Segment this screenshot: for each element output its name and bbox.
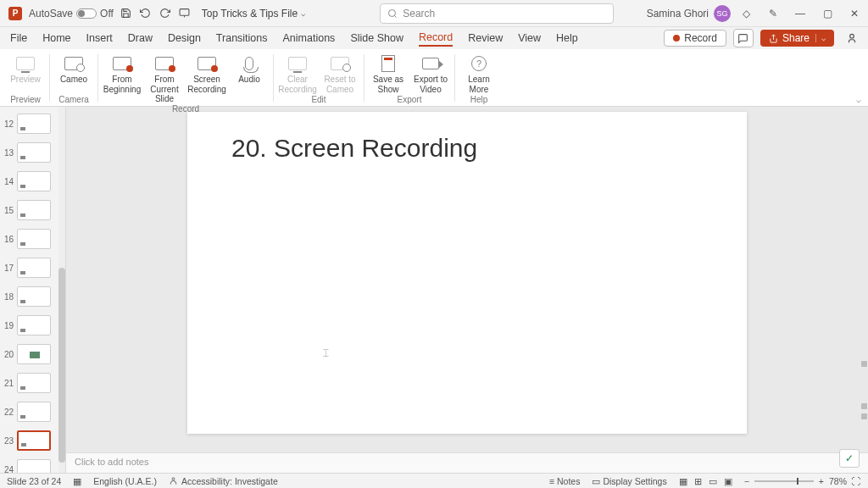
undo-icon[interactable] [140, 8, 151, 19]
zoom-control[interactable]: − + 78% ⛶ [744, 476, 861, 486]
learn-more-button[interactable]: ? Learn More [459, 53, 499, 94]
slide-canvas[interactable]: 20. Screen Recording ⌶ [187, 112, 747, 434]
audio-button[interactable]: Audio [229, 53, 270, 104]
thumbnail-slide-17[interactable] [17, 258, 51, 278]
tab-help[interactable]: Help [556, 30, 578, 46]
thumbnail-number: 19 [2, 321, 14, 330]
thumbnail-slide-14[interactable] [17, 171, 51, 191]
zoom-in-icon[interactable]: + [819, 476, 824, 486]
comments-button[interactable] [733, 29, 754, 47]
tab-review[interactable]: Review [468, 30, 503, 46]
cameo-button[interactable]: Cameo [53, 53, 94, 85]
thumbnail-slide-21[interactable] [17, 373, 51, 393]
learn-more-label: Learn More [459, 75, 499, 94]
sorter-view-icon[interactable]: ⊞ [694, 476, 702, 486]
thumbnail-slide-16[interactable] [17, 229, 51, 249]
close-button[interactable]: ✕ [848, 8, 861, 19]
thumbnail-slide-13[interactable] [17, 142, 51, 163]
tab-insert[interactable]: Insert [86, 30, 113, 46]
thumbnail-row: 22 [2, 402, 60, 422]
zoom-value[interactable]: 78% [829, 476, 847, 486]
maximize-button[interactable]: ▢ [821, 8, 834, 19]
tab-slide-show[interactable]: Slide Show [350, 30, 403, 46]
zoom-slider[interactable] [754, 480, 814, 482]
thumbnails-scrollbar[interactable] [58, 107, 65, 473]
record-label: Record [684, 32, 717, 44]
slide-info[interactable]: Slide 23 of 24 [7, 476, 61, 486]
scrollbar-thumb[interactable] [58, 268, 65, 463]
reading-view-icon[interactable]: ▭ [709, 476, 717, 486]
thumbnail-slide-12[interactable] [17, 114, 51, 134]
tab-home[interactable]: Home [42, 30, 70, 46]
tab-view[interactable]: View [518, 30, 541, 46]
window-controls: ◇ ✎ — ▢ ✕ [739, 8, 861, 19]
filename-dropdown[interactable]: Top Tricks & Tips File ⌵ [202, 8, 305, 19]
tab-animations[interactable]: Animations [283, 30, 336, 46]
display-settings[interactable]: ▭ Display Settings [592, 476, 666, 486]
zoom-out-icon[interactable]: − [744, 476, 749, 486]
accessibility-icon: ▦ [73, 476, 81, 486]
search-placeholder: Search [403, 8, 435, 19]
record-button[interactable]: Record [664, 30, 726, 47]
slide-title[interactable]: 20. Screen Recording [231, 134, 477, 163]
share-button[interactable]: Share ⌵ [760, 30, 834, 47]
thumbnail-row: 17 [2, 258, 60, 278]
tab-file[interactable]: File [10, 30, 27, 46]
scroll-down-icon[interactable] [861, 413, 867, 419]
search-input[interactable]: Search [380, 3, 614, 24]
redo-icon[interactable] [159, 8, 170, 19]
tab-transitions[interactable]: Transitions [216, 30, 268, 46]
autosave-label: AutoSave [29, 8, 73, 19]
svg-point-5 [850, 34, 854, 38]
accessibility-button[interactable]: Accessibility: Investigate [169, 476, 278, 486]
cameo-label: Cameo [60, 75, 87, 85]
thumbnail-slide-24[interactable] [17, 459, 51, 473]
tab-design[interactable]: Design [168, 30, 201, 46]
thumbnail-number: 20 [2, 350, 14, 359]
tab-record[interactable]: Record [419, 30, 453, 47]
preview-button: Preview [5, 53, 46, 85]
language-label[interactable]: English (U.A.E.) [93, 476, 157, 486]
group-export-label: Export [398, 95, 422, 106]
thumbnail-slide-20[interactable] [17, 344, 51, 364]
export-to-video-button[interactable]: Export to Video [410, 53, 451, 94]
from-current-slide-button[interactable]: From Current Slide [144, 53, 185, 104]
present-icon[interactable] [179, 8, 190, 19]
thumbnail-row: 14 [2, 171, 60, 191]
normal-view-icon[interactable]: ▦ [679, 476, 687, 486]
pen-icon[interactable]: ✎ [766, 8, 780, 19]
svg-line-3 [395, 15, 397, 17]
thumbnail-row: 13 [2, 142, 60, 163]
collapse-ribbon-icon[interactable]: ⌵ [856, 95, 861, 104]
user-account[interactable]: Samina Ghori SG [647, 5, 731, 22]
status-bar: Slide 23 of 24 ▦ English (U.A.E.) Access… [0, 473, 868, 488]
notes-input[interactable]: Click to add notes [66, 452, 868, 473]
canvas-scrollbar[interactable] [860, 107, 868, 473]
screen-recording-button[interactable]: Screen Recording [186, 53, 227, 104]
save-icon[interactable] [120, 8, 131, 19]
title-bar: P AutoSave Off Top Tricks & Tips File ⌵ … [0, 0, 868, 27]
tab-draw[interactable]: Draw [128, 30, 153, 46]
menu-bar: FileHomeInsertDrawDesignTransitionsAnima… [0, 27, 868, 49]
minimize-button[interactable]: — [793, 8, 807, 19]
from-beginning-button[interactable]: From Beginning [102, 53, 142, 104]
thumbnail-slide-19[interactable] [17, 315, 51, 336]
present-mode-icon[interactable] [846, 32, 858, 44]
confirm-button[interactable]: ✓ [839, 449, 860, 468]
thumbnail-slide-18[interactable] [17, 286, 51, 307]
thumbnail-row: 18 [2, 286, 60, 307]
diamond-icon[interactable]: ◇ [739, 8, 753, 19]
thumbnail-number: 23 [2, 436, 14, 446]
scroll-mark-icon [861, 361, 867, 367]
save-as-show-button[interactable]: Save as Show [368, 53, 409, 94]
scroll-up-icon[interactable] [861, 403, 867, 409]
slideshow-view-icon[interactable]: ▣ [724, 476, 732, 486]
notes-toggle[interactable]: ≡ Notes [549, 476, 581, 486]
thumbnail-number: 15 [2, 206, 14, 215]
thumbnail-number: 17 [2, 263, 14, 273]
thumbnail-slide-22[interactable] [17, 402, 51, 422]
fit-window-icon[interactable]: ⛶ [852, 476, 861, 486]
autosave-toggle[interactable]: AutoSave Off [29, 8, 114, 19]
thumbnail-slide-23[interactable] [17, 430, 51, 451]
thumbnail-slide-15[interactable] [17, 200, 51, 220]
